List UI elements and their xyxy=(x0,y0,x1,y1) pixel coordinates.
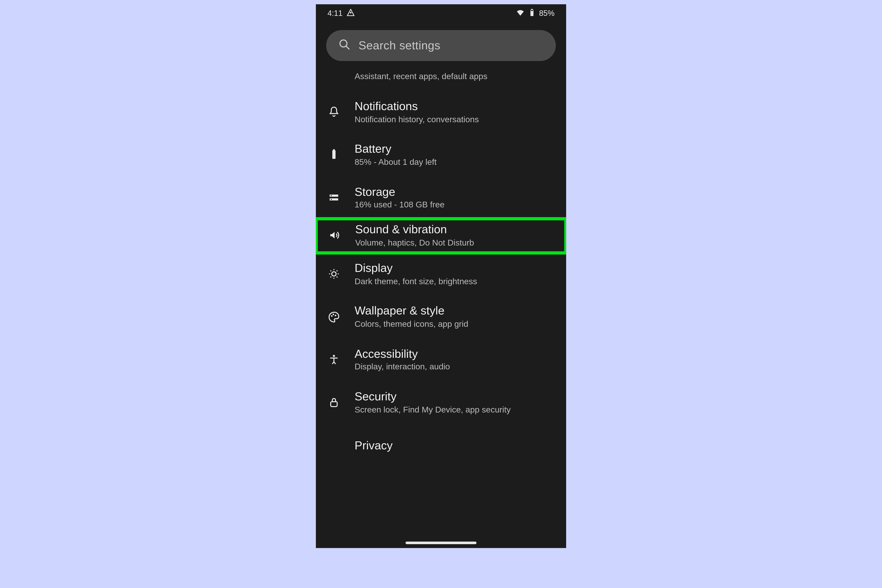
settings-item-wallpaper[interactable]: Wallpaper & style Colors, themed icons, … xyxy=(316,296,566,338)
settings-item-storage[interactable]: Storage 16% used - 108 GB free xyxy=(316,176,566,219)
volume-icon xyxy=(326,226,344,244)
svg-rect-2 xyxy=(531,9,532,9)
notifications-subtitle: Notification history, conversations xyxy=(355,114,479,124)
gesture-bar[interactable] xyxy=(405,542,477,544)
wallpaper-subtitle: Colors, themed icons, app grid xyxy=(355,319,468,329)
bell-icon xyxy=(325,103,343,121)
svg-line-5 xyxy=(346,46,349,49)
svg-point-15 xyxy=(335,315,336,316)
svg-point-14 xyxy=(333,314,334,315)
battery-subtitle: 85% - About 1 day left xyxy=(355,157,436,167)
accessibility-title: Accessibility xyxy=(355,347,450,361)
display-title: Display xyxy=(355,262,477,275)
settings-item-display[interactable]: Display Dark theme, font size, brightnes… xyxy=(316,253,566,296)
security-title: Security xyxy=(355,390,511,404)
search-settings[interactable]: Search settings xyxy=(326,30,556,61)
settings-item-accessibility[interactable]: Accessibility Display, interaction, audi… xyxy=(316,338,566,381)
wallpaper-title: Wallpaper & style xyxy=(355,304,468,318)
svg-point-16 xyxy=(333,355,335,357)
search-placeholder: Search settings xyxy=(358,39,441,52)
storage-icon xyxy=(325,189,343,207)
apps-subtitle: Assistant, recent apps, default apps xyxy=(355,72,488,81)
sound-subtitle: Volume, haptics, Do Not Disturb xyxy=(355,237,474,248)
status-bar: 4:11 85% xyxy=(316,4,566,22)
settings-list: Assistant, recent apps, default apps Not… xyxy=(316,65,566,451)
settings-item-battery[interactable]: Battery 85% - About 1 day left xyxy=(316,134,566,176)
status-triangle-icon xyxy=(346,8,356,19)
settings-item-apps[interactable]: Assistant, recent apps, default apps xyxy=(316,66,566,91)
settings-item-sound[interactable]: Sound & vibration Volume, haptics, Do No… xyxy=(316,219,566,253)
svg-rect-3 xyxy=(531,10,533,10)
accessibility-icon xyxy=(325,351,343,369)
security-subtitle: Screen lock, Find My Device, app securit… xyxy=(355,405,511,415)
svg-rect-17 xyxy=(331,402,337,406)
svg-point-13 xyxy=(331,315,332,316)
settings-item-notifications[interactable]: Notifications Notification history, conv… xyxy=(316,91,566,134)
notifications-title: Notifications xyxy=(355,100,479,113)
battery-title: Battery xyxy=(355,142,436,156)
storage-title: Storage xyxy=(355,185,445,199)
status-battery-text: 85% xyxy=(539,9,555,18)
svg-point-10 xyxy=(331,195,332,196)
battery-icon xyxy=(325,146,343,164)
settings-item-security[interactable]: Security Screen lock, Find My Device, ap… xyxy=(316,381,566,424)
display-subtitle: Dark theme, font size, brightness xyxy=(355,276,477,286)
accessibility-subtitle: Display, interaction, audio xyxy=(355,362,450,372)
storage-subtitle: 16% used - 108 GB free xyxy=(355,200,445,210)
settings-item-privacy[interactable]: Privacy xyxy=(316,424,566,451)
sound-title: Sound & vibration xyxy=(355,223,474,236)
status-time: 4:11 xyxy=(327,9,343,18)
svg-rect-6 xyxy=(332,151,336,159)
battery-icon xyxy=(527,8,537,19)
svg-rect-7 xyxy=(333,150,335,151)
brightness-icon xyxy=(325,265,343,283)
privacy-title: Privacy xyxy=(355,439,393,452)
lock-icon xyxy=(325,393,343,411)
palette-icon xyxy=(325,308,343,326)
phone-frame: 4:11 85% Search settings Assistant, xyxy=(316,4,566,548)
svg-point-12 xyxy=(332,272,336,276)
wifi-icon xyxy=(516,8,525,19)
svg-point-11 xyxy=(331,199,332,200)
search-icon xyxy=(338,38,351,53)
svg-point-0 xyxy=(350,12,352,13)
